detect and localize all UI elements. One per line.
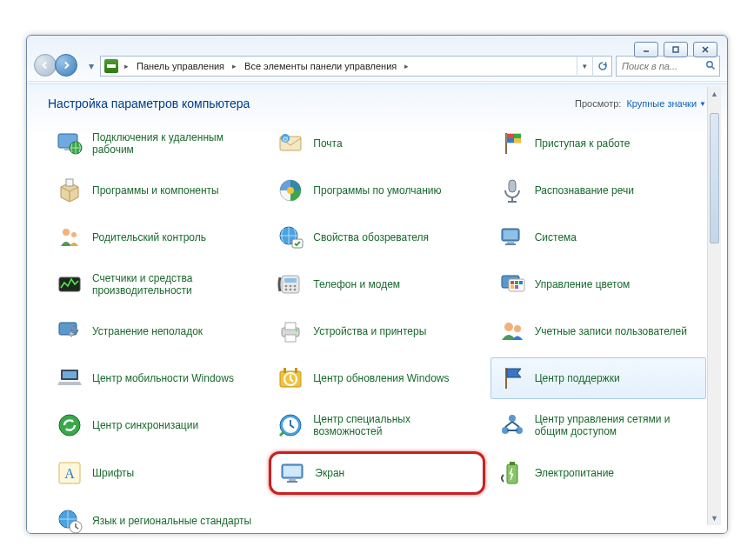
nav-forward-button[interactable] (55, 54, 77, 77)
search-box[interactable] (616, 56, 720, 77)
view-picker: Просмотр: Крупные значки▼ (575, 98, 706, 109)
cp-item-label: Устройства и принтеры (313, 325, 426, 337)
cp-item-label: Центр специальных возможностей (313, 413, 478, 438)
search-input[interactable] (620, 60, 702, 72)
svg-text:@: @ (283, 136, 289, 142)
svg-rect-21 (511, 197, 513, 201)
svg-rect-28 (504, 230, 517, 239)
cp-item-parental-controls[interactable]: Родительский контроль (48, 217, 264, 258)
breadcrumb-chevron-icon[interactable]: ▸ (122, 57, 131, 76)
cp-item-mail[interactable]: @Почта (269, 123, 484, 164)
scrollbar[interactable]: ▲ ▼ (707, 87, 721, 525)
cp-item-ease-of-access[interactable]: Центр специальных возможностей (269, 404, 484, 446)
cp-item-label: Программы по умолчанию (313, 184, 441, 197)
svg-rect-59 (295, 368, 297, 373)
svg-rect-17 (66, 179, 73, 186)
cp-item-troubleshooting[interactable]: Устранение неполадок (48, 310, 264, 352)
cp-item-region-language[interactable]: Язык и региональные стандарты (48, 500, 264, 533)
network-icon (497, 410, 528, 441)
cp-item-action-center[interactable]: Центр поддержки (490, 357, 706, 399)
cp-item-system[interactable]: Система (490, 217, 706, 258)
svg-rect-31 (59, 277, 80, 291)
svg-rect-43 (515, 281, 518, 284)
cp-item-power-options[interactable]: Электропитание (490, 451, 706, 495)
cp-item-devices-printers[interactable]: Устройства и принтеры (269, 310, 484, 352)
font-icon: A (54, 457, 85, 489)
cp-item-user-accounts[interactable]: Учетные записи пользователей (490, 310, 706, 352)
cp-item-performance-counters[interactable]: Счетчики и средства производительности (48, 263, 264, 305)
svg-rect-14 (514, 134, 521, 138)
cp-item-label: Система (535, 231, 577, 243)
control-panel-window: ▾ ▸ Панель управления ▸ Все элементы пан… (26, 35, 728, 534)
control-panel-icon (104, 59, 118, 73)
cp-item-label: Родительский контроль (92, 231, 206, 243)
cp-item-speech-recognition[interactable]: Распознавание речи (490, 170, 706, 211)
users-icon (497, 316, 528, 347)
phone-icon (275, 269, 306, 300)
svg-point-66 (509, 415, 516, 422)
address-bar-dropdown[interactable]: ▾ (577, 56, 592, 77)
breadcrumb-chevron-icon[interactable]: ▸ (230, 57, 239, 76)
breadcrumb-root[interactable]: Панель управления (131, 57, 230, 76)
globe-clock-icon (54, 505, 85, 533)
svg-point-24 (71, 232, 77, 237)
cp-item-label: Распознавание речи (535, 184, 634, 197)
cp-item-label: Подключения к удаленным рабочим (92, 131, 257, 157)
cp-item-getting-started[interactable]: Приступая к работе (490, 123, 706, 164)
breadcrumb-current[interactable]: Все элементы панели управления (239, 57, 402, 76)
scroll-up-button[interactable]: ▲ (708, 87, 721, 101)
monitor-icon (277, 457, 308, 489)
app-default-icon (275, 175, 306, 206)
cp-item-label: Экран (315, 467, 344, 479)
svg-point-39 (294, 289, 297, 291)
svg-rect-70 (284, 466, 301, 477)
cp-item-mobility-center[interactable]: Центр мобильности Windows (48, 357, 264, 399)
svg-point-38 (290, 289, 292, 291)
cp-item-label: Устранение неполадок (92, 325, 203, 337)
box-icon (54, 175, 85, 206)
envelope-icon: @ (275, 128, 306, 159)
cp-item-label: Центр синхронизации (92, 419, 198, 431)
cp-item-remote-connections[interactable]: Подключения к удаленным рабочим (48, 123, 264, 164)
maximize-button[interactable] (664, 42, 688, 57)
cp-item-sync-center[interactable]: Центр синхронизации (48, 404, 264, 446)
cp-item-network-sharing[interactable]: Центр управления сетями и общим доступом (490, 404, 706, 446)
mic-icon (497, 175, 528, 206)
cp-item-label: Телефон и модем (313, 278, 400, 290)
svg-rect-15 (507, 138, 514, 143)
cp-item-phone-modem[interactable]: Телефон и модем (269, 263, 484, 305)
close-button[interactable] (693, 42, 717, 57)
scroll-down-button[interactable]: ▼ (708, 511, 721, 525)
scrollbar-thumb[interactable] (710, 113, 719, 243)
cp-item-label: Центр мобильности Windows (92, 372, 234, 384)
cp-item-color-management[interactable]: Управление цветом (490, 263, 706, 305)
view-mode-dropdown[interactable]: Крупные значки▼ (626, 98, 706, 109)
printer-icon (275, 316, 306, 347)
cp-item-display[interactable]: Экран (269, 451, 484, 495)
address-bar[interactable]: ▸ Панель управления ▸ Все элементы панел… (100, 56, 612, 77)
search-icon[interactable] (705, 60, 716, 73)
svg-rect-45 (510, 285, 514, 289)
svg-rect-50 (285, 335, 296, 342)
cp-item-programs-features[interactable]: Программы и компоненты (48, 170, 264, 211)
nav-history-dropdown[interactable]: ▾ (86, 60, 97, 72)
nav-back-button[interactable] (34, 54, 57, 77)
computer-icon (497, 222, 528, 253)
cp-item-label: Счетчики и средства производительности (92, 272, 257, 297)
svg-rect-71 (289, 478, 296, 481)
cp-item-internet-options[interactable]: Свойства обозревателя (269, 217, 484, 258)
svg-line-5 (712, 66, 715, 69)
globe-check-icon (275, 222, 306, 253)
minimize-button[interactable] (634, 42, 658, 57)
clock-access-icon (275, 410, 306, 441)
svg-rect-49 (285, 323, 296, 330)
cp-item-default-programs[interactable]: Программы по умолчанию (269, 170, 484, 211)
cp-item-label: Учетные записи пользователей (535, 325, 687, 337)
svg-rect-46 (515, 285, 518, 289)
cp-item-fonts[interactable]: AШрифты (48, 451, 264, 495)
svg-rect-55 (63, 371, 77, 378)
refresh-button[interactable] (592, 56, 611, 77)
breadcrumb-chevron-icon[interactable]: ▸ (402, 57, 411, 76)
content-area: Настройка параметров компьютера Просмотр… (27, 84, 727, 533)
cp-item-windows-update[interactable]: Центр обновления Windows (269, 357, 484, 399)
